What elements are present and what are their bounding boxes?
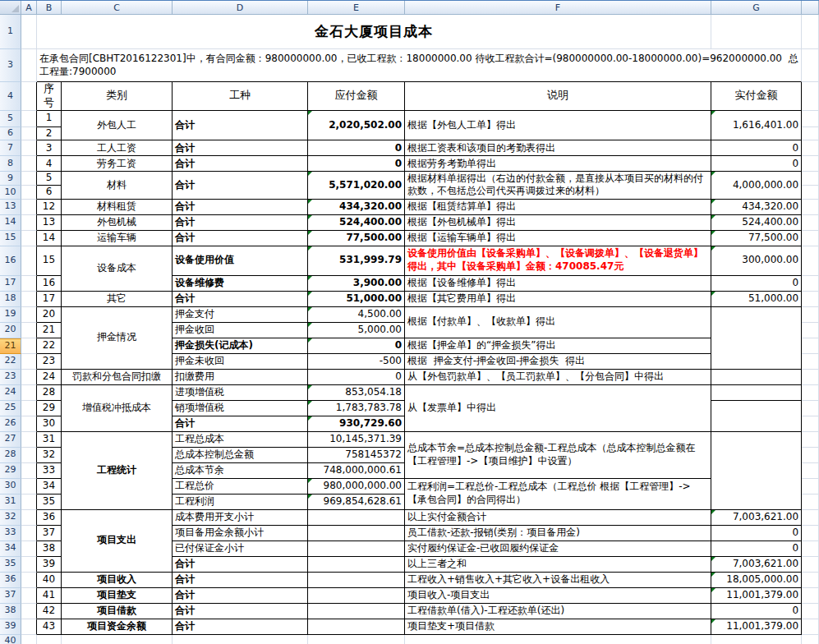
- cell-F17[interactable]: 根据【设备维修单】得出: [405, 276, 711, 292]
- table-column-header-B[interactable]: 序号: [37, 82, 62, 111]
- cell-sliver-33[interactable]: [802, 526, 819, 541]
- table-column-header-D[interactable]: 工种: [173, 82, 308, 111]
- cell-sliver-7[interactable]: [802, 140, 819, 156]
- cell-C8[interactable]: 劳务工资: [62, 156, 173, 172]
- cell-G33[interactable]: 0: [711, 526, 802, 541]
- cell-D13[interactable]: 合计: [173, 200, 308, 215]
- cell-B9[interactable]: 5: [37, 172, 62, 186]
- row-header-33[interactable]: 33: [0, 526, 21, 541]
- cell-B33[interactable]: 37: [37, 526, 62, 541]
- cell-B15[interactable]: 14: [37, 231, 62, 246]
- cell-A36[interactable]: [21, 573, 37, 588]
- cell-sliver-19[interactable]: [802, 307, 819, 323]
- cell-G34[interactable]: 0: [711, 541, 802, 557]
- cell-D18[interactable]: 合计: [173, 292, 308, 307]
- cell-E7[interactable]: 0: [308, 140, 405, 156]
- row-header-7[interactable]: 7: [0, 140, 21, 156]
- cell-G32[interactable]: 7,003,621.00: [711, 510, 802, 526]
- cell-B19[interactable]: 20: [37, 307, 62, 323]
- row-header-17[interactable]: 17: [0, 276, 21, 292]
- cell-C13[interactable]: 材料租赁: [62, 200, 173, 215]
- cell-G14[interactable]: 524,400.00: [711, 215, 802, 231]
- cell-sliver-38[interactable]: [802, 604, 819, 619]
- cell-G27[interactable]: [711, 432, 802, 510]
- cell-sliver-10[interactable]: [802, 186, 819, 200]
- column-header-G[interactable]: G: [711, 1, 802, 14]
- cell-D23[interactable]: 扣缴费用: [173, 370, 308, 385]
- row-header-19[interactable]: 19: [0, 307, 21, 323]
- row-header-14[interactable]: 14: [0, 215, 21, 231]
- cell-G8[interactable]: 0: [711, 156, 802, 172]
- cell-E32[interactable]: [308, 510, 405, 526]
- cell-A21[interactable]: [21, 338, 37, 354]
- cell-A14[interactable]: [21, 215, 37, 231]
- cell-sliver-30[interactable]: [802, 479, 819, 494]
- cell-B22[interactable]: 23: [37, 354, 62, 370]
- column-header-C[interactable]: C: [62, 1, 173, 14]
- cell-A7[interactable]: [21, 140, 37, 156]
- cell-A1[interactable]: [21, 15, 37, 49]
- cell-B13[interactable]: 12: [37, 200, 62, 215]
- row-header-30[interactable]: 30: [0, 479, 21, 494]
- cell-A5[interactable]: [21, 111, 37, 127]
- row-header-34[interactable]: 34: [0, 541, 21, 557]
- cell-D9[interactable]: 合计: [173, 172, 308, 199]
- cell-sliver-13[interactable]: [802, 200, 819, 215]
- cell-G25[interactable]: [711, 401, 802, 432]
- cell-A32[interactable]: [21, 510, 37, 526]
- cell-C5[interactable]: 外包人工: [62, 111, 173, 141]
- row-header-6[interactable]: 6: [0, 127, 21, 141]
- cell-G35[interactable]: 7,003,621.00: [711, 557, 802, 573]
- cell-A30[interactable]: [21, 479, 37, 494]
- cell-F14[interactable]: 根据【外包机械单】得出: [405, 215, 711, 231]
- row-header-26[interactable]: 26: [0, 416, 21, 432]
- cell-sliver-29[interactable]: [802, 463, 819, 479]
- cell-F34[interactable]: 实付履约保证金-已收回履约保证金: [405, 541, 711, 557]
- cell-B8[interactable]: 4: [37, 156, 62, 172]
- cell-E18[interactable]: 51,000.00: [308, 292, 405, 307]
- cell-D15[interactable]: 合计: [173, 231, 308, 246]
- cell-E39[interactable]: [308, 619, 405, 635]
- cell-G23[interactable]: [711, 370, 802, 385]
- table-column-header-F[interactable]: 说明: [405, 82, 711, 111]
- cell-A38[interactable]: [21, 604, 37, 619]
- cell-B18[interactable]: 17: [37, 292, 62, 307]
- cell-C36[interactable]: 项目收入: [62, 573, 173, 588]
- cell-B40[interactable]: [37, 635, 62, 644]
- cell-A16[interactable]: [21, 246, 37, 276]
- cell-sliver-17[interactable]: [802, 276, 819, 292]
- cell-A26[interactable]: [21, 416, 37, 432]
- column-header-E[interactable]: E: [308, 1, 405, 14]
- cell-B34[interactable]: 38: [37, 541, 62, 557]
- row-header-16[interactable]: 16: [0, 246, 21, 276]
- cell-sliver-35[interactable]: [802, 557, 819, 573]
- cell-A6[interactable]: [21, 127, 37, 141]
- cell-D37[interactable]: 合计: [173, 588, 308, 604]
- cell-A40[interactable]: [21, 635, 37, 644]
- cell-sliver-20[interactable]: [802, 323, 819, 338]
- cell-C18[interactable]: 其它: [62, 292, 173, 307]
- cell-A18[interactable]: [21, 292, 37, 307]
- cell-C24[interactable]: 增值税冲抵成本: [62, 385, 173, 432]
- cell-sliver-15[interactable]: [802, 231, 819, 246]
- cell-sliver-34[interactable]: [802, 541, 819, 557]
- cell-E22[interactable]: -500: [308, 354, 405, 370]
- cell-E33[interactable]: [308, 526, 405, 541]
- cell-G1[interactable]: [711, 15, 802, 49]
- cell-B31[interactable]: 35: [37, 494, 62, 510]
- cell-B10[interactable]: 6: [37, 186, 62, 200]
- table-column-header-C[interactable]: 类别: [62, 82, 173, 111]
- cell-G15[interactable]: 77,500.00: [711, 231, 802, 246]
- cell-sliver-32[interactable]: [802, 510, 819, 526]
- column-header-F[interactable]: F: [405, 1, 711, 14]
- cell-D32[interactable]: 成本费用开支小计: [173, 510, 308, 526]
- cell-E21[interactable]: 0: [308, 338, 405, 354]
- cell-G7[interactable]: 0: [711, 140, 802, 156]
- column-header-B[interactable]: B: [37, 1, 62, 14]
- cell-A25[interactable]: [21, 401, 37, 416]
- cell-sliver-8[interactable]: [802, 156, 819, 172]
- cell-sliver-28[interactable]: [802, 448, 819, 463]
- cell-A19[interactable]: [21, 307, 37, 323]
- cell-D34[interactable]: 已付保证金小计: [173, 541, 308, 557]
- cell-E34[interactable]: [308, 541, 405, 557]
